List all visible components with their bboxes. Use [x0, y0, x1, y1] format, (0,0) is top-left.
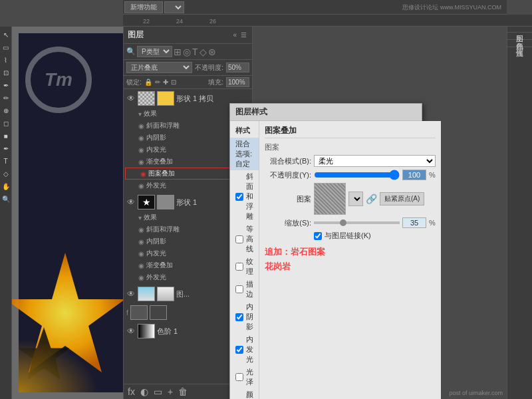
eye-icon-clouds[interactable]: 👁: [126, 289, 136, 299]
tm-text: Tm: [45, 69, 72, 90]
fill-input[interactable]: [226, 77, 249, 87]
tool-clone[interactable]: ⊕: [1, 105, 11, 116]
style-checkbox-texture[interactable]: [235, 263, 243, 271]
tool-brush[interactable]: ✏: [1, 92, 11, 103]
blend-mode-form-select[interactable]: 柔光: [314, 155, 436, 167]
style-checkbox-bevel[interactable]: [235, 193, 243, 201]
style-label-innershadow: 内阴影: [246, 302, 253, 332]
lock-icon[interactable]: 🔒: [144, 78, 152, 86]
snap-origin-button[interactable]: 贴紧原点(A): [380, 192, 424, 205]
style-label-contour: 等高线: [246, 224, 253, 254]
style-item-bevel[interactable]: 斜面和浮雕: [230, 170, 259, 223]
dialog-subsection: 图案: [265, 142, 436, 152]
effect-name-pattern: 图案叠加: [148, 169, 175, 178]
scale-num-input[interactable]: [402, 217, 426, 228]
new-layer-button[interactable]: +: [166, 386, 174, 397]
scale-slider-thumb[interactable]: [340, 219, 346, 226]
opacity-input[interactable]: [226, 63, 249, 72]
dialog-section-title: 图案叠加: [265, 125, 436, 138]
styles-header: 样式: [230, 124, 259, 138]
layer-type-select[interactable]: P类型: [137, 46, 172, 57]
style-checkbox-satin[interactable]: [235, 373, 243, 381]
function-select[interactable]: [164, 1, 184, 13]
layer-thumb-shape1-mask: [157, 195, 174, 209]
style-item-contour[interactable]: 等高线: [230, 223, 259, 255]
style-checkbox-stroke[interactable]: [235, 285, 243, 293]
tool-move[interactable]: ↖: [1, 29, 11, 40]
ruler-mark-22: 22: [143, 18, 150, 25]
style-checkbox-innerglow[interactable]: [235, 346, 243, 354]
tool-eyedropper[interactable]: ✒: [1, 80, 11, 90]
brush-lock-icon[interactable]: ✏: [155, 78, 160, 86]
tool-select[interactable]: ▭: [1, 42, 11, 53]
site-label: 思修设计论坛 www.MISSYUAN.COM: [402, 3, 501, 12]
eye-icon[interactable]: 👁: [126, 94, 136, 103]
new-group-button[interactable]: ▭: [152, 386, 164, 397]
layers-panel-header: 图层 « ☰: [124, 27, 252, 44]
artboard-lock-icon[interactable]: ⊡: [171, 78, 176, 86]
fill-label: 填充:: [208, 78, 223, 87]
tool-eraser[interactable]: ◻: [1, 118, 11, 128]
text-icon[interactable]: T: [192, 47, 198, 57]
adjust-icon[interactable]: ⊛: [208, 47, 216, 57]
style-item-stroke[interactable]: 描边: [230, 278, 259, 301]
opacity-slider[interactable]: [314, 170, 400, 180]
layers-menu-btn[interactable]: ☰: [239, 31, 248, 39]
tool-gradient[interactable]: ■: [1, 130, 11, 141]
new-function-button[interactable]: 新增功能: [124, 1, 163, 13]
blend-mode-bar: 正片叠底 不透明度:: [124, 60, 252, 76]
scale-label: 缩放(S):: [265, 218, 311, 228]
style-item-texture[interactable]: 纹理: [230, 255, 259, 278]
effect-name-innershadow: 内阴影: [146, 133, 166, 142]
style-label-texture: 纹理: [246, 257, 253, 277]
link-checkbox[interactable]: [314, 232, 322, 240]
layers-collapse-btn[interactable]: «: [231, 31, 238, 39]
tool-crop[interactable]: ⊡: [1, 67, 11, 78]
effect-dot-innershadow: ◉: [138, 134, 144, 142]
move-lock-icon[interactable]: ✚: [163, 78, 168, 86]
tool-pen[interactable]: ✒: [1, 143, 11, 154]
link-pattern-icon[interactable]: 🔗: [366, 194, 377, 204]
style-label-coloroverlay: 颜色叠加: [246, 390, 253, 399]
style-item-coloroverlay[interactable]: 颜色叠加: [230, 388, 259, 399]
eye-icon-levels[interactable]: 👁: [126, 327, 136, 336]
effect-name-innerglow: 内发光: [146, 145, 166, 154]
style-item-innerglow[interactable]: 内发光: [230, 333, 259, 366]
layer-thumb-fx2: [150, 305, 167, 320]
tool-zoom[interactable]: 🔍: [1, 194, 11, 204]
ruler-mark-26: 26: [209, 18, 216, 25]
opacity-percent: %: [429, 171, 436, 179]
blend-mode-select[interactable]: 正片叠底: [126, 62, 192, 73]
effect-name-innerglow2: 内发光: [146, 249, 166, 258]
pattern-preview[interactable]: [314, 183, 346, 215]
effect-dot-bevel2: ◉: [138, 226, 144, 233]
sidebar-tab-colors[interactable]: 颜色: [507, 34, 532, 40]
blend-options-item[interactable]: 混合选项:自定: [230, 138, 259, 170]
style-checkbox-contour[interactable]: [235, 235, 243, 243]
pattern-select[interactable]: [348, 192, 363, 206]
left-toolbar: ↖ ▭ ⌇ ⊡ ✒ ✏ ⊕ ◻ ■ ✒ T ◇ ✋ 🔍: [0, 27, 12, 399]
fx-button[interactable]: fx: [126, 386, 136, 397]
style-item-innershadow[interactable]: 内阴影: [230, 301, 259, 333]
style-item-satin[interactable]: 光泽: [230, 366, 259, 388]
delete-layer-button[interactable]: 🗑: [177, 386, 189, 397]
shape-icon[interactable]: ◇: [200, 47, 207, 57]
tool-hand[interactable]: ✋: [1, 181, 11, 192]
sidebar-tab-properties[interactable]: 属性: [507, 41, 532, 47]
effect-dot-innerglow: ◉: [138, 146, 144, 154]
eye-icon-shape1[interactable]: 👁: [126, 198, 136, 207]
target-icon[interactable]: ◎: [183, 47, 191, 57]
layer-thumb-levels: [138, 324, 155, 338]
sidebar-tab-layers[interactable]: 图层: [507, 27, 532, 33]
effect-name-bevel2: 斜面和浮雕: [146, 225, 180, 234]
layers-search-bar: 🔍 P类型 ⊞ ◎ T ◇ ⊛: [124, 44, 252, 60]
filter-icon[interactable]: ⊞: [174, 47, 182, 57]
style-checkbox-innershadow[interactable]: [235, 313, 243, 321]
tool-shape[interactable]: ◇: [1, 168, 11, 179]
new-adjustment-button[interactable]: ◐: [139, 386, 150, 397]
opacity-num-input[interactable]: [402, 170, 426, 180]
tool-text[interactable]: T: [1, 156, 11, 166]
effect-name-gradient2: 渐变叠加: [146, 261, 173, 270]
tool-lasso[interactable]: ⌇: [1, 55, 11, 65]
link-label: 与图层链接(K): [325, 231, 371, 241]
